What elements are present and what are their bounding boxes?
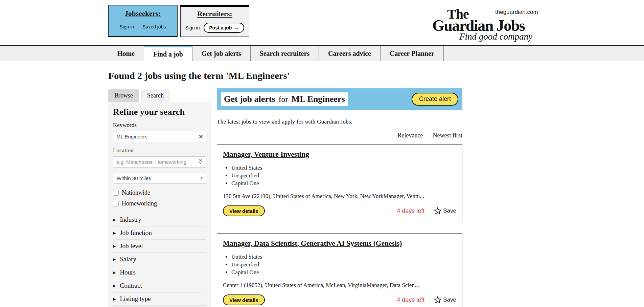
job-salary: Unspecified: [231, 261, 456, 268]
triangle-right-icon: ▶: [113, 284, 116, 288]
triangle-right-icon: ▶: [113, 244, 116, 248]
sort-relevance-link[interactable]: Relevance: [398, 132, 423, 139]
create-alert-button[interactable]: Create alert: [412, 93, 458, 106]
nav-tab-find-a-job[interactable]: Find a job: [144, 46, 192, 61]
theguardian-com-link[interactable]: theguardian.com: [495, 9, 538, 16]
nav-tab-careers-advice[interactable]: Careers advice: [319, 46, 381, 61]
site-header: Jobseekers: Sign in Saved jobs Recruiter…: [0, 0, 644, 45]
jobseekers-title[interactable]: Jobseekers:: [109, 9, 177, 18]
nav-tab-home[interactable]: Home: [108, 46, 144, 61]
nationwide-label: Nationwide: [122, 189, 150, 196]
tab-browse[interactable]: Browse: [108, 89, 139, 102]
job-title-link[interactable]: Manager, Venture Investing: [223, 150, 309, 158]
results-column: Get job alertsforML Engineers Create ale…: [217, 88, 462, 307]
recruiters-box: Recruiters: Sign in Post a job →: [180, 5, 249, 37]
refine-panel: Refine your search Keywords ✕ Location W…: [108, 102, 211, 307]
triangle-right-icon: ▶: [113, 270, 116, 275]
filter-job-level[interactable]: ▶ Job level: [113, 239, 206, 253]
chevron-down-icon: ▾: [201, 176, 203, 180]
location-label: Location: [113, 147, 206, 154]
triangle-right-icon: ▶: [113, 297, 116, 301]
job-title-link[interactable]: Manager, Data Scientist, Generative AI S…: [223, 239, 402, 247]
filter-accordions: ▶ Industry ▶ Job function ▶ Job level ▶ …: [113, 213, 206, 307]
divider: [428, 132, 428, 139]
saved-jobs-link[interactable]: Saved jobs: [142, 24, 166, 29]
sort-newest-link[interactable]: Newest first: [433, 132, 462, 139]
job-company: Capital One: [231, 179, 456, 187]
refine-title: Refine your search: [113, 107, 206, 117]
keywords-label: Keywords: [113, 122, 206, 129]
intro-text: The latest jobs to view and apply for wi…: [217, 118, 462, 125]
job-description: Center 1 (19052), United States of Ameri…: [223, 282, 456, 289]
filter-contract[interactable]: ▶ Contract: [113, 279, 206, 292]
filter-hours[interactable]: ▶ Hours: [113, 266, 206, 279]
divider: [429, 206, 429, 216]
triangle-right-icon: ▶: [113, 257, 116, 262]
nationwide-checkbox[interactable]: [113, 190, 119, 196]
keywords-input[interactable]: [116, 134, 197, 139]
recruiters-title[interactable]: Recruiters:: [181, 10, 249, 18]
job-meta-list: United States Unspecified Capital One: [231, 164, 456, 187]
clear-keywords-icon[interactable]: ✕: [197, 134, 203, 140]
nationwide-checkbox-row[interactable]: Nationwide: [113, 189, 206, 196]
arrow-right-icon: →: [234, 25, 239, 30]
post-a-job-button[interactable]: Post a job →: [204, 23, 244, 33]
homeworking-label: Homeworking: [122, 200, 157, 207]
refine-sidebar: Browse Search Refine your search Keyword…: [108, 89, 211, 307]
nav-tab-career-planner[interactable]: Career Planner: [381, 46, 444, 61]
results-heading: Found 2 jobs using the term 'ML Engineer…: [108, 70, 290, 81]
location-input[interactable]: [116, 159, 198, 165]
job-alerts-banner: Get job alertsforML Engineers Create ale…: [217, 88, 462, 110]
job-card: Manager, Venture Investing United States…: [217, 144, 462, 222]
filter-salary[interactable]: ▶ Salary: [113, 253, 206, 266]
view-details-button[interactable]: View details: [223, 205, 265, 216]
job-salary: Unspecified: [231, 172, 456, 179]
location-inputbox: [113, 156, 206, 168]
sort-row: Relevance Newest first: [217, 132, 462, 139]
triangle-right-icon: ▶: [113, 218, 116, 222]
keywords-inputbox: ✕: [113, 131, 206, 142]
divider: [138, 22, 138, 31]
recruiters-signin-link[interactable]: Sign in: [185, 25, 200, 30]
divider: [490, 6, 490, 18]
days-left-badge: 4 days left: [397, 297, 424, 304]
main-nav: Home Find a job Get job alerts Search re…: [0, 45, 644, 61]
jobseekers-signin-link[interactable]: Sign in: [119, 24, 134, 29]
homeworking-checkbox[interactable]: [113, 201, 119, 206]
job-company: Capital One: [231, 268, 456, 276]
filter-industry[interactable]: ▶ Industry: [113, 213, 206, 226]
logo-tagline: Find good company: [459, 32, 532, 41]
save-job-button[interactable]: Save: [434, 296, 456, 304]
job-location: United States: [231, 164, 456, 172]
radius-select[interactable]: Within 30 miles ▾: [113, 173, 206, 184]
job-location: United States: [231, 253, 456, 261]
triangle-right-icon: ▶: [113, 231, 116, 235]
divider: [429, 295, 429, 305]
tab-search[interactable]: Search: [141, 89, 170, 102]
job-description: 130 5th Ave (22130), United States of Am…: [223, 193, 456, 200]
homeworking-checkbox-row[interactable]: Homeworking: [113, 200, 206, 207]
job-card: Manager, Data Scientist, Generative AI S…: [217, 233, 462, 307]
star-icon: [434, 207, 442, 215]
job-alerts-banner-title: Get job alertsforML Engineers: [221, 92, 348, 106]
view-details-button[interactable]: View details: [223, 294, 265, 305]
nav-tab-get-job-alerts[interactable]: Get job alerts: [192, 46, 251, 61]
filter-listing-type[interactable]: ▶ Listing type: [113, 292, 206, 305]
star-icon: [434, 296, 442, 304]
nav-tab-search-recruiters[interactable]: Search recruiters: [251, 46, 319, 61]
days-left-badge: 4 days left: [397, 207, 424, 215]
job-meta-list: United States Unspecified Capital One: [231, 253, 456, 276]
save-job-button[interactable]: Save: [434, 207, 456, 215]
jobseekers-box: Jobseekers: Sign in Saved jobs: [108, 5, 178, 37]
filter-education-level[interactable]: ▶ Education level: [113, 305, 206, 307]
filter-job-function[interactable]: ▶ Job function: [113, 226, 206, 239]
location-pin-icon: [198, 158, 203, 166]
